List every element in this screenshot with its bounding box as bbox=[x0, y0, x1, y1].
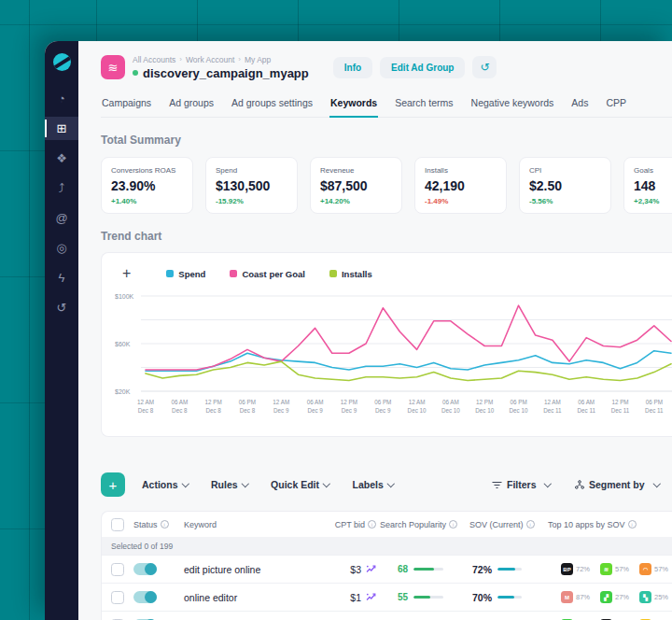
sidebar-item-campaigns-icon[interactable]: ⊞ bbox=[45, 117, 78, 140]
history-button[interactable]: ↺ bbox=[472, 56, 497, 78]
column-header-search-popularity[interactable]: Search Popularityi bbox=[380, 520, 469, 529]
dropdown-labels[interactable]: Labels bbox=[353, 479, 394, 490]
sidebar-item-history-icon[interactable]: ↺ bbox=[45, 296, 78, 319]
popularity-value: 68 bbox=[393, 564, 408, 574]
app-icon[interactable]: ◠ bbox=[639, 563, 651, 575]
keywords-table: StatusiKeywordCPT bidiSearch Popularityi… bbox=[101, 511, 672, 620]
app-logo[interactable] bbox=[53, 53, 71, 71]
top-app: ▞27% bbox=[600, 591, 629, 603]
tab-cpp[interactable]: CPP bbox=[605, 91, 627, 117]
tab-bar: CampaignsAd groupsAd groups settingsKeyw… bbox=[101, 91, 672, 118]
filters-label: Filters bbox=[507, 479, 537, 490]
tab-ads[interactable]: Ads bbox=[570, 91, 589, 117]
table-row: online editor$15570%M87%▞27%▚25% bbox=[102, 583, 672, 611]
info-icon[interactable]: i bbox=[161, 520, 169, 528]
app-sov-share: 57% bbox=[615, 565, 629, 573]
status-toggle[interactable] bbox=[133, 591, 157, 603]
legend-item-installs[interactable]: Installs bbox=[329, 269, 372, 279]
select-all-checkbox[interactable] bbox=[111, 518, 124, 531]
selection-bar: Selected 0 of 199 bbox=[102, 537, 672, 555]
top-app: BP72% bbox=[561, 563, 590, 575]
info-icon[interactable]: i bbox=[526, 520, 535, 528]
sidebar-item-dashboard-icon[interactable]: ◔ bbox=[45, 87, 78, 110]
sidebar-item-components-icon[interactable]: ❖ bbox=[45, 147, 78, 170]
add-keyword-button[interactable]: + bbox=[101, 472, 125, 497]
summary-card-goals: Goals148+2,34% bbox=[623, 157, 672, 214]
add-metric-button[interactable]: + bbox=[122, 265, 131, 282]
breadcrumb-item[interactable]: My App bbox=[245, 55, 271, 64]
row-checkbox[interactable] bbox=[111, 563, 124, 576]
breadcrumb-item[interactable]: All Accounts bbox=[133, 55, 175, 64]
tab-negative-keywords[interactable]: Negative keywords bbox=[470, 91, 555, 117]
column-header-sov-current-[interactable]: SOV (Current)i bbox=[469, 520, 548, 529]
dropdown-rules[interactable]: Rules bbox=[211, 479, 247, 490]
keyword-cell[interactable]: edit picture online bbox=[184, 564, 301, 575]
tab-keywords[interactable]: Keywords bbox=[329, 91, 378, 118]
info-icon[interactable]: i bbox=[628, 520, 637, 528]
tab-campaigns[interactable]: Campaigns bbox=[101, 91, 152, 117]
dashboard-icon: ◔ bbox=[58, 92, 65, 106]
svg-text:Dec 10: Dec 10 bbox=[475, 407, 494, 414]
card-change: +1.40% bbox=[111, 197, 183, 205]
column-header-status[interactable]: Statusi bbox=[133, 520, 184, 529]
app-icon[interactable]: ▞ bbox=[600, 591, 612, 603]
card-label: Installs bbox=[425, 166, 497, 175]
svg-text:12 AM: 12 AM bbox=[544, 399, 561, 405]
svg-text:12 PM: 12 PM bbox=[476, 399, 493, 405]
card-change: -1.49% bbox=[425, 197, 497, 205]
card-value: $2.50 bbox=[529, 178, 601, 193]
card-label: Spend bbox=[216, 166, 287, 175]
status-toggle[interactable] bbox=[133, 563, 157, 575]
svg-text:06 AM: 06 AM bbox=[578, 399, 595, 405]
legend-item-coast-per-goal[interactable]: Coast per Goal bbox=[230, 269, 305, 279]
top-app: M87% bbox=[561, 591, 590, 603]
header-buttons: Info Edit Ad Group ↺ bbox=[333, 56, 497, 78]
dropdown-actions[interactable]: Actions bbox=[142, 479, 188, 490]
sidebar-item-search-icon[interactable]: @ bbox=[45, 206, 78, 230]
sidebar-item-automation-icon[interactable]: ϟ bbox=[45, 266, 78, 289]
top-app: ▚25% bbox=[639, 591, 668, 603]
app-icon[interactable]: ≋ bbox=[600, 563, 612, 575]
column-label: Status bbox=[133, 520, 158, 529]
column-header-cpt-bid[interactable]: CPT bidi bbox=[301, 520, 380, 529]
app-icon[interactable]: ▚ bbox=[639, 591, 651, 603]
summary-card-spend: Spend$130,500-15.92% bbox=[205, 157, 298, 214]
breadcrumb-separator: › bbox=[238, 55, 241, 63]
keyword-cell[interactable]: online editor bbox=[184, 592, 301, 603]
campaign-app-icon: ≋ bbox=[101, 55, 125, 79]
card-label: Goals bbox=[634, 166, 672, 175]
sidebar-nav: ◔⊞❖⤴@◎ϟ↺ bbox=[45, 87, 78, 326]
sidebar: ◔⊞❖⤴@◎ϟ↺ bbox=[45, 41, 78, 620]
tab-ad-groups[interactable]: Ad groups bbox=[168, 91, 215, 117]
popularity-bar bbox=[413, 596, 443, 599]
bid-trend-icon[interactable] bbox=[366, 592, 376, 602]
search-icon: @ bbox=[55, 211, 67, 225]
edit-ad-group-button[interactable]: Edit Ad Group bbox=[380, 57, 465, 78]
tab-search-terms[interactable]: Search terms bbox=[394, 91, 454, 117]
column-header-top-10-apps-by-sov[interactable]: Top 10 apps by SOVi bbox=[548, 520, 672, 529]
app-icon[interactable]: BP bbox=[561, 563, 573, 575]
row-checkbox[interactable] bbox=[111, 591, 124, 604]
app-icon[interactable]: M bbox=[561, 591, 573, 603]
campaigns-icon: ⊞ bbox=[57, 121, 67, 135]
segment-by-label: Segment by bbox=[589, 479, 645, 490]
info-button[interactable]: Info bbox=[333, 57, 372, 78]
sidebar-item-export-icon[interactable]: ⤴ bbox=[45, 176, 78, 200]
info-icon[interactable]: i bbox=[449, 520, 457, 528]
filters-button[interactable]: Filters bbox=[492, 479, 551, 490]
header-checkbox-cell bbox=[102, 518, 133, 531]
chevron-down-icon bbox=[387, 480, 395, 487]
legend-item-spend[interactable]: Spend bbox=[166, 269, 205, 279]
bid-trend-icon[interactable] bbox=[366, 564, 376, 574]
trend-chart-title: Trend chart bbox=[101, 230, 672, 243]
sov-cell: 70% bbox=[469, 592, 548, 603]
segment-by-button[interactable]: Segment by bbox=[575, 479, 659, 490]
column-header-keyword[interactable]: Keyword bbox=[184, 520, 301, 529]
tab-ad-groups-settings[interactable]: Ad groups settings bbox=[231, 91, 314, 117]
sidebar-item-target-icon[interactable]: ◎ bbox=[45, 236, 78, 260]
svg-text:$100K: $100K bbox=[115, 293, 134, 300]
info-icon[interactable]: i bbox=[368, 520, 376, 528]
breadcrumb-item[interactable]: Work Account bbox=[186, 55, 234, 64]
table-header-row: StatusiKeywordCPT bidiSearch Popularityi… bbox=[102, 512, 672, 537]
dropdown-quick-edit[interactable]: Quick Edit bbox=[271, 479, 329, 490]
